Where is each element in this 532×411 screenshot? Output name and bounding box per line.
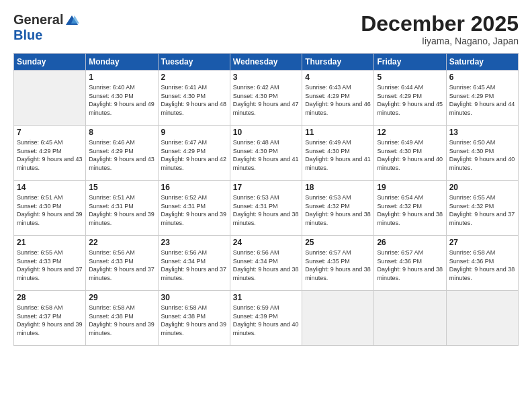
header-cell-sunday: Sunday: [14, 54, 86, 71]
day-info: Sunrise: 6:45 AMSunset: 4:29 PMDaylight:…: [17, 138, 83, 172]
day-number: 21: [17, 238, 83, 247]
day-number: 16: [161, 183, 227, 192]
header-cell-friday: Friday: [374, 54, 446, 71]
day-cell: 10Sunrise: 6:48 AMSunset: 4:30 PMDayligh…: [230, 126, 302, 181]
day-cell: 7Sunrise: 6:45 AMSunset: 4:29 PMDaylight…: [14, 126, 86, 181]
day-number: 27: [449, 238, 515, 247]
header-cell-monday: Monday: [86, 54, 158, 71]
day-info: Sunrise: 6:44 AMSunset: 4:29 PMDaylight:…: [377, 83, 443, 117]
day-cell: 8Sunrise: 6:46 AMSunset: 4:29 PMDaylight…: [86, 126, 158, 181]
day-cell: 12Sunrise: 6:49 AMSunset: 4:30 PMDayligh…: [374, 126, 446, 181]
header-cell-wednesday: Wednesday: [230, 54, 302, 71]
day-cell: [302, 291, 374, 346]
day-info: Sunrise: 6:46 AMSunset: 4:29 PMDaylight:…: [89, 138, 154, 172]
title-block: December 2025 Iiyama, Nagano, Japan: [361, 12, 519, 46]
header-row: SundayMondayTuesdayWednesdayThursdayFrid…: [14, 54, 519, 71]
month-title: December 2025: [361, 12, 519, 36]
day-info: Sunrise: 6:54 AMSunset: 4:32 PMDaylight:…: [377, 193, 443, 227]
day-cell: [374, 291, 446, 346]
day-info: Sunrise: 6:49 AMSunset: 4:30 PMDaylight:…: [305, 138, 371, 172]
day-cell: 31Sunrise: 6:59 AMSunset: 4:39 PMDayligh…: [230, 291, 302, 346]
week-row-1: 7Sunrise: 6:45 AMSunset: 4:29 PMDaylight…: [14, 126, 519, 181]
day-cell: 29Sunrise: 6:58 AMSunset: 4:38 PMDayligh…: [86, 291, 158, 346]
day-info: Sunrise: 6:50 AMSunset: 4:30 PMDaylight:…: [449, 138, 515, 172]
day-info: Sunrise: 6:49 AMSunset: 4:30 PMDaylight:…: [377, 138, 443, 172]
week-row-4: 28Sunrise: 6:58 AMSunset: 4:37 PMDayligh…: [14, 291, 519, 346]
day-cell: [446, 291, 518, 346]
day-number: 17: [233, 183, 299, 192]
day-number: 14: [17, 183, 83, 192]
day-number: 25: [305, 238, 371, 247]
day-number: 28: [17, 293, 83, 302]
day-number: 31: [233, 293, 299, 302]
day-cell: 11Sunrise: 6:49 AMSunset: 4:30 PMDayligh…: [302, 126, 374, 181]
logo-icon: [64, 14, 79, 26]
day-info: Sunrise: 6:41 AMSunset: 4:30 PMDaylight:…: [161, 83, 227, 117]
day-info: Sunrise: 6:55 AMSunset: 4:33 PMDaylight:…: [17, 248, 83, 282]
day-info: Sunrise: 6:40 AMSunset: 4:30 PMDaylight:…: [89, 83, 154, 117]
day-cell: 30Sunrise: 6:58 AMSunset: 4:38 PMDayligh…: [158, 291, 230, 346]
day-number: 23: [161, 238, 227, 247]
week-row-0: 1Sunrise: 6:40 AMSunset: 4:30 PMDaylight…: [14, 71, 519, 126]
day-number: 13: [449, 128, 515, 137]
day-number: 30: [161, 293, 227, 302]
day-cell: 6Sunrise: 6:45 AMSunset: 4:29 PMDaylight…: [446, 71, 518, 126]
logo-blue: Blue: [13, 28, 42, 43]
day-info: Sunrise: 6:58 AMSunset: 4:38 PMDaylight:…: [89, 304, 154, 337]
day-number: 15: [89, 183, 154, 192]
day-cell: 1Sunrise: 6:40 AMSunset: 4:30 PMDaylight…: [86, 71, 158, 126]
day-info: Sunrise: 6:52 AMSunset: 4:31 PMDaylight:…: [161, 193, 227, 227]
day-info: Sunrise: 6:56 AMSunset: 4:33 PMDaylight:…: [89, 248, 154, 282]
day-number: 29: [89, 293, 154, 302]
day-info: Sunrise: 6:58 AMSunset: 4:37 PMDaylight:…: [17, 304, 83, 337]
day-cell: 25Sunrise: 6:57 AMSunset: 4:35 PMDayligh…: [302, 236, 374, 291]
day-cell: 21Sunrise: 6:55 AMSunset: 4:33 PMDayligh…: [14, 236, 86, 291]
day-cell: [14, 71, 86, 126]
day-info: Sunrise: 6:55 AMSunset: 4:32 PMDaylight:…: [449, 193, 515, 227]
day-number: 8: [89, 128, 154, 137]
day-number: 24: [233, 238, 299, 247]
logo-general: General: [13, 12, 63, 28]
day-cell: 22Sunrise: 6:56 AMSunset: 4:33 PMDayligh…: [86, 236, 158, 291]
day-info: Sunrise: 6:45 AMSunset: 4:29 PMDaylight:…: [449, 83, 515, 117]
day-number: 10: [233, 128, 299, 137]
day-number: 11: [305, 128, 371, 137]
day-info: Sunrise: 6:48 AMSunset: 4:30 PMDaylight:…: [233, 138, 299, 172]
day-cell: 3Sunrise: 6:42 AMSunset: 4:30 PMDaylight…: [230, 71, 302, 126]
day-cell: 9Sunrise: 6:47 AMSunset: 4:29 PMDaylight…: [158, 126, 230, 181]
day-cell: 19Sunrise: 6:54 AMSunset: 4:32 PMDayligh…: [374, 181, 446, 236]
day-cell: 14Sunrise: 6:51 AMSunset: 4:30 PMDayligh…: [14, 181, 86, 236]
day-cell: 17Sunrise: 6:53 AMSunset: 4:31 PMDayligh…: [230, 181, 302, 236]
day-number: 6: [449, 73, 515, 82]
day-cell: 4Sunrise: 6:43 AMSunset: 4:29 PMDaylight…: [302, 71, 374, 126]
day-cell: 15Sunrise: 6:51 AMSunset: 4:31 PMDayligh…: [86, 181, 158, 236]
header: General Blue December 2025 Iiyama, Nagan…: [13, 12, 519, 46]
day-number: 2: [161, 73, 227, 82]
day-number: 9: [161, 128, 227, 137]
day-number: 19: [377, 183, 443, 192]
logo: General Blue: [13, 12, 79, 43]
week-row-2: 14Sunrise: 6:51 AMSunset: 4:30 PMDayligh…: [14, 181, 519, 236]
day-cell: 26Sunrise: 6:57 AMSunset: 4:36 PMDayligh…: [374, 236, 446, 291]
day-cell: 20Sunrise: 6:55 AMSunset: 4:32 PMDayligh…: [446, 181, 518, 236]
day-cell: 23Sunrise: 6:56 AMSunset: 4:34 PMDayligh…: [158, 236, 230, 291]
day-cell: 2Sunrise: 6:41 AMSunset: 4:30 PMDaylight…: [158, 71, 230, 126]
day-info: Sunrise: 6:42 AMSunset: 4:30 PMDaylight:…: [233, 83, 299, 117]
day-info: Sunrise: 6:58 AMSunset: 4:38 PMDaylight:…: [161, 304, 227, 337]
day-number: 1: [89, 73, 154, 82]
day-number: 18: [305, 183, 371, 192]
day-number: 5: [377, 73, 443, 82]
day-number: 22: [89, 238, 154, 247]
day-cell: 18Sunrise: 6:53 AMSunset: 4:32 PMDayligh…: [302, 181, 374, 236]
day-number: 20: [449, 183, 515, 192]
day-number: 7: [17, 128, 83, 137]
calendar-table: SundayMondayTuesdayWednesdayThursdayFrid…: [13, 53, 519, 346]
day-number: 26: [377, 238, 443, 247]
day-info: Sunrise: 6:51 AMSunset: 4:30 PMDaylight:…: [17, 193, 83, 227]
day-info: Sunrise: 6:56 AMSunset: 4:34 PMDaylight:…: [161, 248, 227, 282]
day-info: Sunrise: 6:58 AMSunset: 4:36 PMDaylight:…: [449, 248, 515, 282]
week-row-3: 21Sunrise: 6:55 AMSunset: 4:33 PMDayligh…: [14, 236, 519, 291]
day-info: Sunrise: 6:47 AMSunset: 4:29 PMDaylight:…: [161, 138, 227, 172]
day-info: Sunrise: 6:53 AMSunset: 4:32 PMDaylight:…: [305, 193, 371, 227]
day-number: 12: [377, 128, 443, 137]
